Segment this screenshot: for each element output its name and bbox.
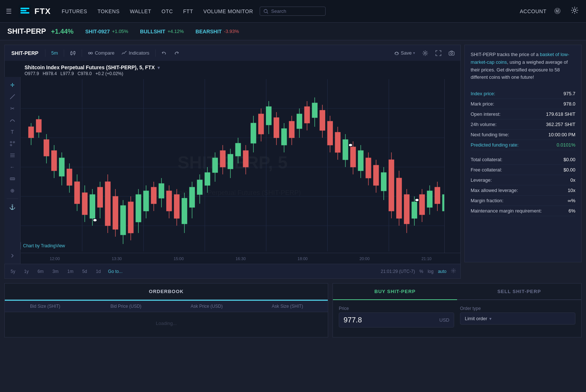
- translate-icon[interactable]: ㊙: [552, 5, 563, 18]
- hamburger-icon[interactable]: ☰: [6, 7, 12, 15]
- nav-otc[interactable]: OTC: [162, 8, 173, 14]
- chart-timeframe[interactable]: 5m: [48, 49, 61, 57]
- compare-icon: [88, 51, 93, 56]
- order-type-row[interactable]: Limit order ▾: [460, 313, 575, 325]
- tf-6m[interactable]: 6m: [36, 268, 45, 275]
- tool-measure[interactable]: [7, 174, 18, 184]
- tool-crosshair[interactable]: ✛: [7, 80, 18, 90]
- chart-symbol-label[interactable]: SHIT-PERP: [8, 49, 42, 58]
- price-input-row[interactable]: USD: [339, 313, 454, 328]
- toolbar-sep-2: [64, 49, 64, 57]
- tool-back[interactable]: ←: [7, 162, 18, 172]
- svg-line-5: [267, 12, 268, 13]
- price-input[interactable]: [344, 316, 437, 324]
- ticker-shit0927[interactable]: SHIT-0927 +1.05%: [85, 29, 128, 34]
- search-bar[interactable]: [260, 7, 326, 16]
- ticker-bearshit-change: -3.93%: [224, 29, 239, 34]
- tool-curve[interactable]: [7, 115, 18, 125]
- buy-tab[interactable]: BUY SHIT-PERP: [333, 284, 457, 300]
- tool-zoom[interactable]: ⊕: [7, 185, 18, 196]
- settings-icon[interactable]: [569, 5, 580, 18]
- compare-btn[interactable]: Compare: [85, 49, 117, 57]
- tf-1y[interactable]: 1y: [23, 268, 30, 275]
- save-button[interactable]: Save ▾: [391, 49, 418, 57]
- nav-volume-monitor[interactable]: VOLUME MONITOR: [203, 8, 253, 14]
- scale-log-btn[interactable]: log: [428, 269, 434, 274]
- header-right: ACCOUNT ㊙: [520, 5, 580, 18]
- nav-wallet[interactable]: WALLET: [130, 8, 152, 14]
- price-scale[interactable]: [444, 79, 460, 253]
- tool-patterns[interactable]: [7, 138, 18, 149]
- tool-text[interactable]: T: [7, 127, 18, 137]
- undo-icon: [162, 51, 167, 56]
- sell-tab[interactable]: SELL SHIT-PERP: [457, 284, 581, 299]
- tool-fib[interactable]: [7, 150, 18, 160]
- chart-type-btn[interactable]: [67, 49, 79, 58]
- main-ticker[interactable]: SHIT-PERP +1.44%: [7, 27, 74, 36]
- search-input[interactable]: [271, 8, 322, 14]
- header-left: ☰ FTX FUTURES TOKENS WALLET OTC FTT VOLU…: [6, 5, 520, 18]
- tf-5d[interactable]: 5d: [81, 268, 88, 275]
- chart-time-display: 21:01:29 (UTC-7): [381, 269, 415, 274]
- svg-rect-110: [282, 129, 287, 145]
- tf-5y[interactable]: 5y: [9, 268, 17, 275]
- logo[interactable]: FTX: [18, 5, 51, 18]
- ticker-bearshit[interactable]: BEARSHIT -3.93%: [196, 29, 239, 34]
- bottom-panels: ORDERBOOK Bid Size (SHIT) Bid Price (USD…: [0, 279, 586, 342]
- svg-rect-8: [71, 52, 72, 55]
- chart-canvas-area[interactable]: Shitcoin Index Perpetual Futures (SHIT-P…: [4, 61, 461, 264]
- camera-btn[interactable]: [446, 49, 457, 58]
- info-row-leverage: Leverage: 0x: [471, 175, 575, 185]
- svg-rect-80: [167, 191, 172, 211]
- time-1330: 13:30: [86, 256, 148, 261]
- main-nav: FUTURES TOKENS WALLET OTC FTT VOLUME MON…: [62, 8, 253, 14]
- ob-col-ask-price: Ask Price (USD): [166, 301, 247, 312]
- chart-settings-btn[interactable]: [419, 49, 431, 58]
- svg-rect-82: [174, 195, 179, 218]
- tool-anchor[interactable]: ⚓: [7, 202, 18, 212]
- indicators-btn[interactable]: Indicators: [119, 49, 152, 57]
- fullscreen-btn[interactable]: [433, 49, 444, 58]
- undo-btn[interactable]: [159, 49, 170, 57]
- nav-ftt[interactable]: FTT: [183, 8, 193, 14]
- funding-rate-value: 0.0101%: [557, 142, 575, 148]
- order-type-select[interactable]: Limit order ▾: [465, 316, 492, 321]
- basket-link[interactable]: basket of low-market-cap coins: [471, 52, 569, 65]
- ticker-bullshit[interactable]: BULLSHIT +4.12%: [140, 29, 184, 34]
- svg-point-24: [10, 144, 12, 146]
- tf-1m[interactable]: 1m: [66, 268, 75, 275]
- svg-rect-46: [36, 119, 41, 132]
- svg-point-22: [10, 141, 12, 143]
- index-price-label[interactable]: Index price:: [471, 91, 495, 96]
- nav-futures[interactable]: FUTURES: [62, 8, 88, 14]
- account-button[interactable]: ACCOUNT: [520, 8, 546, 14]
- info-row-funding-time: Next funding time: 10:00:00 PM: [471, 130, 575, 140]
- svg-rect-146: [419, 195, 424, 215]
- tool-collapse[interactable]: [7, 251, 18, 261]
- scale-pct-btn[interactable]: %: [419, 269, 423, 274]
- order-form-body: Price USD Order type Limit order ▾: [333, 300, 581, 337]
- svg-rect-104: [259, 114, 264, 134]
- svg-rect-128: [351, 147, 356, 167]
- scale-auto-btn[interactable]: auto: [438, 269, 446, 274]
- tool-scissors[interactable]: ✂: [7, 103, 18, 114]
- time-20: 20:00: [334, 256, 396, 261]
- open-interest-label: Open interest:: [471, 111, 501, 117]
- svg-rect-66: [113, 196, 118, 229]
- svg-rect-84: [182, 198, 187, 224]
- svg-rect-44: [29, 127, 34, 138]
- goto-button[interactable]: Go to...: [108, 269, 122, 274]
- tool-line[interactable]: [7, 92, 18, 102]
- funding-rate-label[interactable]: Predicted funding rate:: [471, 142, 519, 148]
- margin-fraction-label: Margin fraction:: [471, 198, 504, 203]
- chart-section: SHIT-PERP 5m: [4, 45, 461, 279]
- scale-settings-btn[interactable]: [451, 268, 456, 274]
- svg-rect-72: [136, 195, 141, 222]
- price-dot-3: [415, 199, 419, 201]
- svg-point-18: [424, 52, 426, 54]
- tf-1d[interactable]: 1d: [94, 268, 102, 275]
- redo-btn[interactable]: [171, 49, 182, 57]
- info-row-open-interest: Open interest: 179.618 SHIT: [471, 109, 575, 119]
- tf-3m[interactable]: 3m: [51, 268, 60, 275]
- nav-tokens[interactable]: TOKENS: [97, 8, 119, 14]
